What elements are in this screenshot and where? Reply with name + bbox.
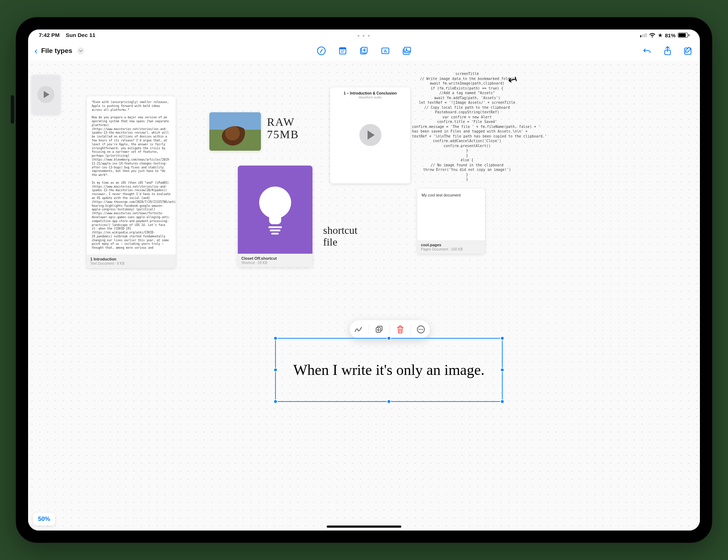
audio-title: 1 – Introduction & Conclusion	[344, 91, 397, 95]
resize-handle-ml[interactable]	[273, 368, 278, 372]
pages-meta: Pages Document · 100 KB	[421, 247, 481, 251]
image-stack-icon	[401, 46, 412, 55]
file-stack-icon	[359, 46, 369, 55]
share-icon	[663, 46, 672, 56]
selected-handwriting[interactable]: When I write it's only an image.	[275, 338, 503, 402]
pages-body: My cool test document	[417, 189, 485, 240]
more-button[interactable]	[414, 322, 428, 336]
text-document-title: 1 Introduction	[90, 257, 172, 261]
insert-pen-button[interactable]	[316, 45, 327, 56]
scribble-icon	[354, 325, 363, 333]
home-indicator[interactable]	[327, 526, 401, 528]
status-time: 7:42 PM	[39, 32, 60, 38]
text-document-body: *Even with (unsurprisingly) smaller rele…	[87, 96, 176, 254]
resize-handle-bl[interactable]	[273, 399, 278, 404]
status-date: Sun Dec 11	[66, 32, 96, 38]
multitask-dots-icon[interactable]: ● ● ●	[357, 33, 371, 38]
cellular-icon	[640, 33, 647, 37]
handwritten-raw-label[interactable]: RAW 75MB	[267, 116, 299, 141]
zoom-level-button[interactable]: 50%	[33, 513, 55, 526]
sticky-note-icon	[338, 46, 347, 55]
play-button[interactable]	[359, 124, 381, 146]
resize-handle-tm[interactable]	[387, 336, 391, 340]
device-frame: 7:42 PM Sun Dec 11 ★ 81% ● ● ● ‹ File ty…	[16, 17, 712, 543]
text-document-meta: Text Document · 8 KB	[90, 262, 172, 265]
duplicate-icon	[375, 325, 384, 334]
resize-handle-tr[interactable]	[500, 336, 504, 340]
pages-filename: cool.pages	[421, 243, 481, 247]
javascript-snippet[interactable]: screenTitle // Write image data to the b…	[412, 71, 522, 182]
svg-point-11	[406, 48, 407, 50]
delete-button[interactable]	[393, 322, 407, 336]
raw-image-card[interactable]	[209, 112, 261, 151]
chevron-down-icon	[79, 50, 82, 52]
share-button[interactable]	[662, 45, 673, 56]
title-menu-button[interactable]	[77, 47, 84, 54]
nav-bar: ● ● ● ‹ File types A	[28, 41, 700, 61]
undo-icon	[642, 46, 652, 55]
back-button[interactable]: ‹	[34, 46, 38, 55]
shortcut-filename: Closet Off.shortcut	[241, 256, 309, 260]
pages-footer: cool.pages Pages Document · 100 KB	[417, 240, 485, 254]
resize-handle-mr[interactable]	[500, 368, 504, 372]
resize-handle-bm[interactable]	[387, 399, 391, 404]
screen: 7:42 PM Sun Dec 11 ★ 81% ● ● ● ‹ File ty…	[28, 29, 700, 531]
svg-point-19	[419, 329, 420, 330]
insert-file-button[interactable]	[359, 45, 369, 56]
text-box-icon: A	[381, 46, 390, 55]
shortcut-meta: Shortcut · 28 KB	[241, 261, 309, 265]
play-icon	[37, 86, 54, 103]
pages-document-card[interactable]: My cool test document cool.pages Pages D…	[417, 189, 485, 254]
freeform-canvas[interactable]: *Even with (unsurprisingly) smaller rele…	[28, 61, 700, 531]
shortcut-file-card[interactable]: Closet Off.shortcut Shortcut · 28 KB	[238, 166, 312, 267]
duplicate-button[interactable]	[372, 322, 386, 336]
insert-image-button[interactable]	[401, 45, 412, 56]
insert-text-button[interactable]: A	[380, 45, 391, 56]
offscreen-audio-card[interactable]	[32, 75, 60, 114]
wifi-icon	[649, 33, 656, 38]
cow-image	[209, 112, 261, 151]
svg-rect-2	[339, 48, 346, 49]
audio-card[interactable]: 1 – Introduction & Conclusion Waveform a…	[330, 87, 410, 183]
battery-percent: 81%	[665, 32, 675, 38]
svg-text:A: A	[384, 49, 387, 54]
svg-point-21	[422, 329, 423, 330]
board-title[interactable]: File types	[41, 47, 73, 55]
resize-handle-br[interactable]	[500, 399, 504, 404]
focus-icon: ★	[658, 32, 663, 38]
pen-icon	[317, 46, 326, 55]
svg-point-20	[421, 329, 422, 330]
trash-icon	[396, 325, 404, 334]
shortcut-footer: Closet Off.shortcut Shortcut · 28 KB	[238, 254, 312, 267]
insert-sticky-button[interactable]	[337, 45, 348, 56]
shortcut-thumbnail	[238, 166, 312, 254]
handwritten-note-text: When I write it's only an image.	[276, 339, 502, 401]
resize-handle-tl[interactable]	[273, 336, 278, 340]
ellipsis-circle-icon	[417, 325, 425, 334]
status-right: ★ 81%	[640, 32, 689, 38]
insert-toolbar: A	[316, 45, 412, 56]
lightbulb-icon	[259, 187, 291, 233]
audio-subtitle: Waveform audio	[359, 96, 382, 99]
battery-icon	[678, 33, 690, 38]
status-left: 7:42 PM Sun Dec 11	[39, 32, 95, 38]
handwritten-shortcut-label[interactable]: shortcut file	[323, 224, 358, 248]
text-document-card[interactable]: *Even with (unsurprisingly) smaller rele…	[87, 96, 176, 268]
canvas-content: *Even with (unsurprisingly) smaller rele…	[28, 61, 700, 531]
text-document-footer: 1 Introduction Text Document · 8 KB	[87, 254, 176, 268]
compose-icon	[684, 46, 693, 55]
undo-button[interactable]	[642, 45, 652, 56]
compose-button[interactable]	[683, 45, 694, 56]
draw-tool-button[interactable]	[351, 322, 365, 336]
selection-toolbar	[350, 320, 430, 339]
